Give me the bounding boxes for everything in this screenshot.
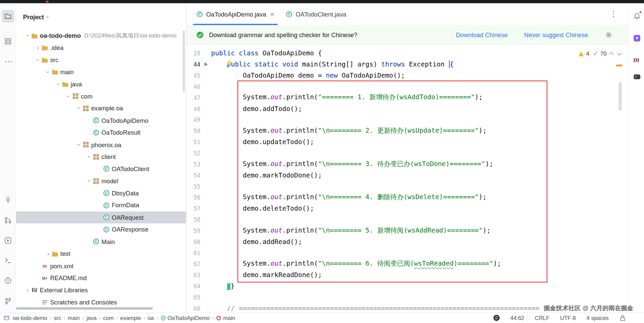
code-area[interactable]: 28public class OaTodoApiDemo {44 public …: [186, 44, 628, 313]
tree-item-java[interactable]: ›java: [16, 78, 186, 90]
tool-terminal-button[interactable]: [2, 254, 15, 267]
chevron-down-icon[interactable]: ›: [35, 56, 41, 63]
chevron-right-icon[interactable]: ›: [45, 251, 52, 257]
line-number[interactable]: 61: [186, 249, 200, 256]
breadcrumb-item-oa[interactable]: oa: [147, 315, 154, 321]
close-icon[interactable]: ×: [270, 10, 274, 18]
tree-item-.idea[interactable]: ›.idea: [16, 42, 186, 54]
line-number[interactable]: 51: [186, 139, 200, 145]
chevron-down-icon[interactable]: ›: [86, 153, 92, 160]
tree-item-formdata[interactable]: CFormData: [16, 199, 186, 211]
tool-project-button[interactable]: [2, 10, 15, 23]
tab-oatodoclient-java[interactable]: C OATodoClient.java: [280, 3, 352, 25]
tree-item-example.oa[interactable]: ›example.oa: [16, 102, 186, 114]
line-number[interactable]: 65: [186, 294, 200, 300]
chevron-down-icon[interactable]: ›: [66, 93, 72, 100]
tree-item-phoenix.oa[interactable]: ›phoenix.oa: [16, 139, 186, 151]
breadcrumb-item-main[interactable]: main: [68, 315, 80, 321]
tree-item-oarequest[interactable]: COARequest: [16, 211, 186, 223]
line-number[interactable]: 49: [186, 116, 200, 123]
line-number[interactable]: 53: [186, 161, 200, 167]
intention-bulb-icon[interactable]: [226, 60, 232, 68]
breadcrumb-item-com[interactable]: com: [103, 315, 114, 321]
code-line[interactable]: 28public class OaTodoApiDemo {: [186, 48, 628, 59]
tool-maven-tool-button[interactable]: m: [633, 54, 642, 63]
line-number[interactable]: 52: [186, 150, 200, 156]
line-number[interactable]: 58: [186, 216, 200, 223]
project-tree-vertical-scrollbar[interactable]: [183, 30, 185, 92]
line-number[interactable]: 64: [186, 283, 200, 289]
chevron-down-icon[interactable]: ›: [76, 105, 82, 112]
project-tree-horizontal-scrollbar[interactable]: [16, 307, 153, 309]
line-number[interactable]: 47: [186, 94, 200, 101]
line-number[interactable]: 60: [186, 238, 200, 245]
tool-structure-button[interactable]: [2, 35, 15, 48]
tool-notifications-button[interactable]: [633, 11, 642, 21]
tree-item-oatodoapidemo[interactable]: COaTodoApiDemo: [16, 114, 186, 127]
tree-item-oaresponse[interactable]: COAResponse: [16, 223, 186, 236]
line-number[interactable]: 55: [186, 183, 200, 189]
project-widget-icon[interactable]: [4, 315, 9, 321]
line-number[interactable]: 56: [186, 194, 200, 200]
breadcrumb-item-oatodoapidemo[interactable]: COaTodoApiDemo: [160, 315, 210, 321]
inspections-widget[interactable]: 4 ✓ 70: [577, 49, 622, 58]
line-number[interactable]: 44: [186, 61, 200, 68]
breadcrumb-item-src[interactable]: src: [53, 315, 61, 321]
chevron-right-icon[interactable]: ›: [34, 45, 42, 51]
chevron-down-icon[interactable]: ›: [25, 32, 31, 39]
code-line[interactable]: 45 OaTodoApiDemo demo = new OaTodoApiDem…: [186, 70, 628, 81]
gear-icon[interactable]: [605, 31, 612, 38]
project-panel-header[interactable]: Project ›: [23, 11, 49, 22]
tree-item-scratches-and-consoles[interactable]: Scratches and Consoles: [16, 296, 186, 308]
tool-gradle-button[interactable]: [633, 72, 642, 81]
line-number[interactable]: 66: [186, 305, 200, 311]
breadcrumb-item-main[interactable]: main: [216, 315, 236, 321]
tool-more-button[interactable]: ⋯: [2, 57, 15, 70]
code-line[interactable]: 44 public static void main(String[] args…: [186, 59, 628, 70]
caret-position[interactable]: 44:62: [510, 315, 524, 321]
file-encoding[interactable]: UTF-8: [560, 315, 576, 321]
lock-icon[interactable]: [619, 315, 626, 321]
tool-commit-button[interactable]: [2, 193, 15, 206]
run-icon[interactable]: [203, 62, 209, 67]
next-problem-icon[interactable]: [617, 51, 622, 56]
download-chinese-link[interactable]: Download Chinese: [456, 31, 508, 38]
tool-version-control-button[interactable]: [2, 295, 15, 308]
never-suggest-chinese-link[interactable]: Never suggest Chinese: [524, 31, 588, 38]
tree-item-src[interactable]: ›src: [16, 54, 186, 66]
tree-item-external-libraries[interactable]: ›External Libraries: [16, 284, 186, 296]
tree-item-main[interactable]: CMain: [16, 236, 186, 248]
line-number[interactable]: 62: [186, 261, 200, 267]
line-number[interactable]: 54: [186, 172, 200, 178]
line-number[interactable]: 28: [186, 50, 200, 56]
tree-item-oatodoclient[interactable]: COATodoClient: [16, 163, 186, 175]
tree-item-main[interactable]: ›main: [16, 66, 186, 78]
chevron-down-icon[interactable]: ›: [86, 178, 92, 185]
chevron-down-icon[interactable]: ›: [76, 141, 82, 148]
line-number[interactable]: 48: [186, 105, 200, 112]
tab-oatodoapidemo-java[interactable]: C OaTodoApiDemo.java ×: [191, 3, 280, 25]
tree-item-test[interactable]: ›test: [16, 248, 186, 260]
line-number[interactable]: 57: [186, 205, 200, 212]
chevron-right-icon[interactable]: ›: [24, 287, 31, 293]
chevron-down-icon[interactable]: ›: [45, 69, 51, 76]
tool-pull-requests-button[interactable]: [2, 214, 15, 227]
line-number[interactable]: 63: [186, 272, 200, 278]
tree-item-oatodoresult[interactable]: COaTodoResult: [16, 127, 186, 139]
tree-item-readme.md[interactable]: MREADME.md: [16, 272, 186, 284]
line-number[interactable]: 45: [186, 72, 200, 79]
tree-item-oa-todo-demo[interactable]: ›oa-todo-demoD:\2024files\凤凰项目\oa-todo-d…: [16, 30, 186, 42]
tool-ai-assistant-button[interactable]: [633, 34, 642, 43]
code-line[interactable]: 65: [186, 292, 628, 303]
tool-services-button[interactable]: [2, 234, 15, 247]
line-number[interactable]: 59: [186, 227, 200, 234]
tree-item-model[interactable]: ›model: [16, 175, 186, 187]
tree-item-client[interactable]: ›client: [16, 151, 186, 163]
breadcrumb-item-example[interactable]: example: [120, 315, 142, 321]
previous-problem-icon[interactable]: [609, 52, 614, 57]
sync-icon[interactable]: [493, 315, 500, 321]
tree-item-com[interactable]: ›com: [16, 90, 186, 102]
chevron-down-icon[interactable]: ›: [45, 16, 51, 18]
line-number[interactable]: 50: [186, 128, 200, 134]
breadcrumb-item-oa-todo-demo[interactable]: oa-todo-demo: [12, 315, 48, 321]
